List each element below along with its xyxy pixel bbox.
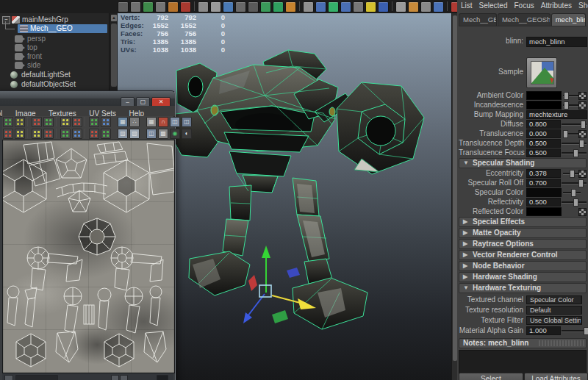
status-field[interactable] <box>15 375 58 380</box>
menu-list[interactable]: List <box>461 1 473 12</box>
section-vector-renderer-control[interactable]: ▶ Vector Renderer Control <box>459 250 587 260</box>
map-checker-icon[interactable] <box>578 101 587 110</box>
uv-toolbar-icon[interactable] <box>89 129 99 139</box>
blinn-name-field[interactable]: mech_blinn <box>526 37 587 47</box>
specular-color-swatch[interactable] <box>526 188 562 197</box>
outliner-item-mainMeshGrp[interactable]: − mainMeshGrp <box>0 15 109 24</box>
uv-toolbar-icon[interactable] <box>72 129 82 139</box>
outliner-item-defaultLightSet[interactable]: defaultLightSet <box>0 71 109 79</box>
viewport-toolbar-icon[interactable] <box>168 1 179 12</box>
texture-resolution-dropdown[interactable]: Default ▼ <box>526 306 582 315</box>
material-alpha-gain-field[interactable]: 1.000 <box>526 326 561 335</box>
eccentricity-field[interactable]: 0.378 <box>526 169 561 178</box>
texture-filter-dropdown[interactable]: Use Global Settings ▼ <box>526 316 582 325</box>
viewport-toolbar-icon[interactable] <box>315 1 326 12</box>
bump-mapping-field[interactable]: mechtexture <box>526 110 587 119</box>
texture-borders-icon[interactable]: ▨ <box>118 129 128 139</box>
viewport-toolbar-icon[interactable] <box>260 1 271 12</box>
viewport-toolbar-icon[interactable] <box>273 1 284 12</box>
outliner-item-front[interactable]: front <box>0 52 109 61</box>
section-raytrace-options[interactable]: ▶ Raytrace Options <box>459 239 587 249</box>
outliner-item-side[interactable]: side <box>0 61 109 70</box>
uv-toolbar-icon[interactable] <box>3 117 13 127</box>
status-widget[interactable] <box>120 375 128 380</box>
viewport-toolbar-icon[interactable] <box>395 1 406 12</box>
uv-toolbar-icon[interactable] <box>101 117 111 127</box>
scroll-up-icon[interactable]: ▲ <box>111 15 117 21</box>
textured-channel-dropdown[interactable]: Specular Color ▼ <box>526 295 582 304</box>
viewport-toolbar-icon[interactable] <box>130 1 141 12</box>
viewport-toolbar-icon[interactable] <box>303 1 314 12</box>
reflectivity-slider[interactable] <box>562 198 587 207</box>
viewport-toolbar-icon[interactable] <box>378 1 389 12</box>
menu-focus[interactable]: Focus <box>514 1 534 12</box>
uv-toolbar-icon[interactable] <box>101 129 111 139</box>
cycle-uv-icon[interactable]: ◫ <box>146 129 157 139</box>
load-attributes-button[interactable]: Load Attributes <box>524 373 588 380</box>
tab-mech-geoshape[interactable]: Mech__GEOShape <box>498 13 551 26</box>
uv-toolbar-icon[interactable] <box>43 129 54 139</box>
viewport-toolbar-icon[interactable] <box>210 1 221 12</box>
viewport-toolbar-icon[interactable] <box>340 1 351 12</box>
viewport-toolbar-icon[interactable] <box>198 1 209 12</box>
map-checker-icon[interactable] <box>578 92 587 100</box>
translucence-field[interactable]: 0.000 <box>526 129 561 138</box>
tab-mech-geo[interactable]: Mech__GEO <box>459 13 497 26</box>
uv-toolbar-icon[interactable] <box>60 117 71 127</box>
menu-selected[interactable]: Selected <box>479 1 508 12</box>
map-checker-icon[interactable] <box>578 170 587 178</box>
viewport-toolbar-icon[interactable] <box>433 1 444 12</box>
viewport-toolbar-icon[interactable] <box>285 1 296 12</box>
scrollbar-thumb[interactable] <box>111 24 117 87</box>
viewport-toolbar-icon[interactable] <box>223 1 234 12</box>
reflectivity-field[interactable]: 0.500 <box>526 198 561 207</box>
uv-toolbar-icon[interactable] <box>15 117 25 127</box>
grid-icon[interactable]: ▦ <box>146 117 157 127</box>
map-checker-icon[interactable] <box>578 208 587 216</box>
section-specular-shading[interactable]: ▼ Specular Shading <box>459 158 587 168</box>
translucence-focus-slider[interactable] <box>562 148 587 157</box>
section-hardware-texturing[interactable]: ▼ Hardware Texturing <box>459 283 587 293</box>
section-hardware-shading[interactable]: ▶ Hardware Shading <box>459 272 587 282</box>
viewport-toolbar-icon[interactable] <box>420 1 431 12</box>
checker-map-icon[interactable]: ▩ <box>158 129 168 139</box>
chevron-down-icon[interactable]: ▼ <box>581 316 582 325</box>
section-special-effects[interactable]: ▶ Special Effects <box>459 217 587 227</box>
viewport-toolbar-icon[interactable] <box>353 1 364 12</box>
magnet-icon[interactable]: ∩ <box>158 117 168 127</box>
uv-toolbar-icon[interactable] <box>43 117 54 127</box>
uv-snapshot-icon[interactable]: ∴ <box>129 117 140 127</box>
uv-canvas[interactable] <box>2 140 175 373</box>
uv-toolbar-icon[interactable] <box>32 129 42 139</box>
uv-toolbar-icon[interactable] <box>15 129 25 139</box>
copy-uvs-icon[interactable]: ◫ <box>170 117 180 127</box>
outliner-item-mech-geo[interactable]: Mech__GEO <box>0 24 109 33</box>
uv-toolbar-icon[interactable] <box>3 129 13 139</box>
diffuse-field[interactable]: 0.800 <box>526 120 561 129</box>
viewport-toolbar-icon[interactable] <box>408 1 419 12</box>
select-button[interactable]: Select <box>459 373 523 380</box>
menu-show[interactable]: Show <box>578 1 588 12</box>
outliner-item-persp[interactable]: persp <box>0 35 109 43</box>
status-widget[interactable] <box>157 375 168 380</box>
translucence-focus-field[interactable]: 0.500 <box>526 148 561 157</box>
material-sample-swatch[interactable] <box>526 57 557 88</box>
status-widget[interactable] <box>4 375 13 380</box>
ambient-color-swatch[interactable] <box>526 91 562 100</box>
viewport-toolbar-icon[interactable] <box>143 1 154 12</box>
menu-attributes[interactable]: Attributes <box>541 1 572 12</box>
outliner-item-top[interactable]: top <box>0 43 109 52</box>
incandescence-swatch[interactable] <box>526 101 562 110</box>
uv-toolbar-icon[interactable] <box>72 117 82 127</box>
diffuse-slider[interactable] <box>562 120 587 129</box>
chevron-down-icon[interactable]: ▼ <box>581 295 582 304</box>
alpha-channel-icon[interactable]: ◐ <box>182 129 192 139</box>
status-widget[interactable] <box>111 375 119 380</box>
reflected-color-swatch[interactable] <box>526 207 562 216</box>
specular-roll-off-slider[interactable] <box>562 179 587 187</box>
translucence-depth-slider[interactable] <box>562 139 587 148</box>
outliner-item-defaultObjectSet[interactable]: defaultObjectSet <box>0 80 109 89</box>
rgb-channels-icon[interactable]: ◉ <box>170 129 180 139</box>
translucence-depth-field[interactable]: 0.500 <box>526 139 561 148</box>
specular-roll-off-field[interactable]: 0.700 <box>526 179 561 187</box>
